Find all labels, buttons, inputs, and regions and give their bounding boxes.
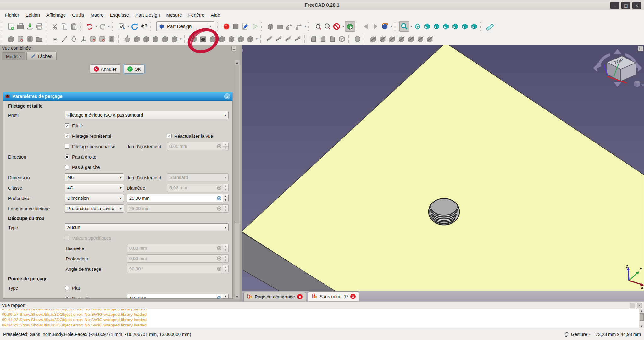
toolbar-icon-view-top[interactable] <box>432 21 441 31</box>
expression-icon[interactable] <box>217 186 221 190</box>
report-scroll-down-icon[interactable]: ▼ <box>639 324 644 328</box>
toolbar-icon-copy[interactable] <box>60 21 69 31</box>
expression-icon[interactable] <box>217 144 221 148</box>
dropdown-arrow-icon[interactable]: ▾ <box>107 25 111 28</box>
dropdown-arrow-icon[interactable]: ▾ <box>179 37 183 41</box>
dropdown-arrow-icon[interactable]: ▾ <box>409 25 413 28</box>
cut-type-select[interactable]: Aucun▾ <box>65 223 229 231</box>
toolbar-icon-annotation-tool[interactable] <box>425 34 435 44</box>
expression-icon[interactable] <box>217 196 221 200</box>
depth-mode-select[interactable]: Dimension▾ <box>65 194 124 202</box>
menu-macro[interactable]: Macro <box>87 11 107 19</box>
toolbar-icon-sub-shape-binder[interactable] <box>97 34 107 44</box>
toolbar-icon-fillet[interactable] <box>309 34 318 44</box>
profile-select[interactable]: Filetage métrique ISO à pas standard▾ <box>65 111 229 119</box>
toolbar-icon-shape-binder[interactable] <box>88 34 97 44</box>
report-scrollbar-thumb[interactable] <box>640 313 644 321</box>
toolbar-icon-view-forward[interactable] <box>371 21 380 31</box>
toolbar-icon-datum-plane[interactable] <box>69 34 79 44</box>
model-thread-checkbox[interactable]: ✓Filetage représenté <box>65 134 124 139</box>
toolbar-icon-save-document[interactable] <box>25 21 35 31</box>
right-hand-radio[interactable]: Pas à droite <box>65 154 124 159</box>
toolbar-icon-additive-pipe[interactable] <box>151 34 160 44</box>
menu-outils[interactable]: Outils <box>69 11 87 19</box>
toolbar-icon-mirrored[interactable] <box>265 34 274 44</box>
menu-mesure[interactable]: Mesure <box>163 11 185 19</box>
workbench-selector[interactable]: Part Design▾ <box>156 21 214 31</box>
toolbar-icon-datum-point[interactable] <box>50 34 60 44</box>
toolbar-icon-subtractive-pipe[interactable] <box>227 34 236 44</box>
toolbar-icon-print-document[interactable] <box>35 21 44 31</box>
tip-flat-radio[interactable]: Plat <box>65 286 124 291</box>
toolbar-icon-redo[interactable] <box>98 21 107 31</box>
minimize-icon[interactable]: – <box>610 2 619 9</box>
report-float-icon[interactable] <box>630 303 635 308</box>
scrollbar-thumb[interactable] <box>235 65 239 223</box>
document-tab-sans-nom[interactable]: Sans nom : 1*× <box>308 291 359 301</box>
toolbar-icon-whats-this[interactable]: ? <box>139 21 149 31</box>
dropdown-arrow-icon[interactable]: ▾ <box>390 25 393 28</box>
left-hand-radio[interactable]: Pas à gauche <box>65 165 124 170</box>
toolbar-icon-measure-distance[interactable] <box>485 21 495 31</box>
toolbar-icon-macro-play[interactable] <box>250 21 259 31</box>
toolbar-icon-view-left[interactable] <box>469 21 479 31</box>
toolbar-icon-paste[interactable] <box>69 21 79 31</box>
toolbar-icon-chamfer[interactable] <box>318 34 328 44</box>
toolbar-icon-create-body[interactable] <box>6 34 16 44</box>
tab-close-icon[interactable]: × <box>297 294 303 299</box>
3d-viewport[interactable]: TOP Z Y X <box>242 45 644 301</box>
expression-icon[interactable] <box>217 246 221 250</box>
toolbar-icon-new-document[interactable] <box>6 21 16 31</box>
toolbar-icon-additive-loft[interactable] <box>142 34 151 44</box>
toolbar-icon-datum-line[interactable] <box>60 34 69 44</box>
toolbar-icon-revolution[interactable] <box>132 34 142 44</box>
menu-esquisse[interactable]: Esquisse <box>107 11 132 19</box>
menu-fichier[interactable]: Fichier <box>2 11 22 19</box>
dropdown-arrow-icon[interactable]: ▾ <box>255 37 258 41</box>
scroll-down-icon[interactable]: ▼ <box>235 294 240 299</box>
toolbar-icon-map-sketch[interactable] <box>25 34 35 44</box>
toolbar-icon-subtractive-loft[interactable] <box>217 34 227 44</box>
toolbar-icon-cut[interactable] <box>50 21 60 31</box>
toolbar-icon-hole[interactable] <box>198 34 208 44</box>
toolbar-icon-draw-style[interactable] <box>345 21 355 32</box>
toolbar-icon-undo[interactable] <box>85 21 94 31</box>
toolbar-icon-link-go[interactable] <box>285 21 294 31</box>
toolbar-icon-additive-helix[interactable] <box>160 34 170 44</box>
menu-dition[interactable]: Édition <box>22 11 43 19</box>
toolbar-icon-local-coordinate-system[interactable] <box>79 34 88 44</box>
toolbar-icon-zoom-tool[interactable] <box>399 21 409 32</box>
toolbar-icon-macro-edit[interactable] <box>241 21 250 31</box>
toolbar-icon-view-back[interactable] <box>361 21 371 31</box>
expression-icon[interactable] <box>217 267 221 271</box>
toolbar-icon-refresh[interactable] <box>130 21 139 31</box>
toolbar-icon-macro-record[interactable] <box>222 21 231 31</box>
expression-icon[interactable] <box>217 206 221 211</box>
report-scroll-up-icon[interactable]: ▲ <box>639 309 644 313</box>
toolbar-icon-validate-sketch[interactable] <box>35 34 44 44</box>
thread-length-select[interactable]: Profondeur de la cavité▾ <box>65 204 124 213</box>
toolbar-icon-draft[interactable] <box>328 34 337 44</box>
toolbar-icon-clone[interactable] <box>107 34 116 44</box>
toolbar-icon-macro-stop[interactable] <box>231 21 241 31</box>
dialog-header[interactable]: Paramètres de perçage ▴ <box>3 92 232 101</box>
maximize-icon[interactable]: □ <box>621 2 630 9</box>
toolbar-icon-link-group[interactable] <box>275 21 285 31</box>
custom-thread-checkbox[interactable]: Filetage personnalisé <box>65 144 124 149</box>
toolbar-icon-fit-all[interactable] <box>313 21 323 31</box>
menu-part-design[interactable]: Part Design <box>132 11 163 19</box>
toolbar-icon-measure-linear[interactable] <box>369 34 378 44</box>
dropdown-arrow-icon[interactable]: ▾ <box>126 25 130 28</box>
toolbar-icon-measure-angular[interactable] <box>378 34 387 44</box>
toolbar-icon-fit-selection[interactable] <box>323 21 332 31</box>
report-log[interactable]: 09:39:57 Show.ShowUtils.is3DObject error… <box>0 309 639 328</box>
dropdown-arrow-icon[interactable]: ▾ <box>94 25 98 28</box>
tip-angled-radio[interactable]: En angle <box>65 296 124 299</box>
toolbar-icon-additive-primitive[interactable] <box>170 34 179 44</box>
tab-tâches[interactable]: Tâches <box>26 52 57 60</box>
class-select[interactable]: 4G▾ <box>65 184 124 192</box>
toolbar-icon-view-axonometric[interactable] <box>413 21 422 31</box>
toolbar-icon-groove[interactable] <box>208 34 217 44</box>
3d-scene[interactable]: TOP Z Y X <box>242 45 644 291</box>
toolbar-icon-subtractive-primitive[interactable] <box>246 34 255 44</box>
